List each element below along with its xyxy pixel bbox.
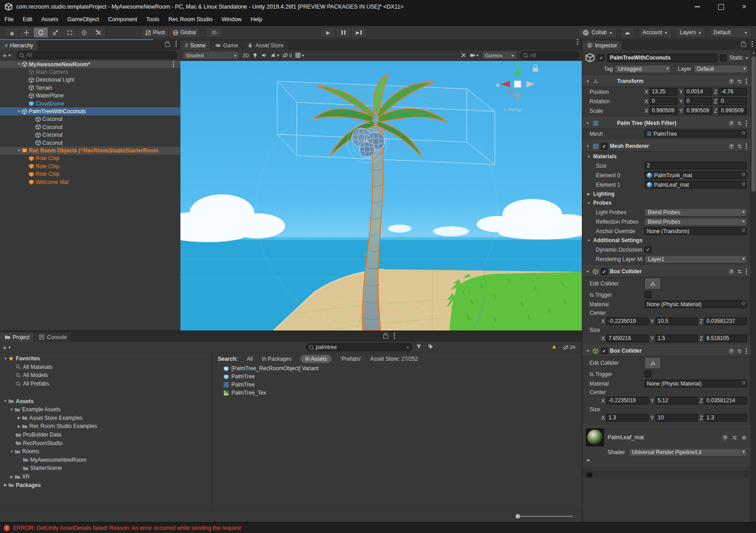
center-x-field[interactable]: -0.2235019: [606, 317, 649, 325]
help-icon[interactable]: ?: [728, 78, 734, 84]
physic-material-field[interactable]: None (Physic Material) ⊙: [645, 380, 747, 387]
hierarchy-item-directional-light[interactable]: Directional Light: [0, 76, 180, 84]
size-y-field[interactable]: 1.5: [655, 335, 698, 342]
center-x-field[interactable]: -0.2235019: [606, 397, 649, 404]
foldout-icon[interactable]: [585, 270, 590, 274]
step-button[interactable]: ▶: [351, 27, 367, 38]
tree-rooms[interactable]: Rooms: [0, 447, 212, 456]
center-z-field[interactable]: 0.03581237: [704, 317, 747, 325]
active-checkbox[interactable]: [598, 55, 604, 61]
foldout-icon[interactable]: [585, 349, 590, 353]
tree-packages[interactable]: Packages: [0, 481, 212, 489]
material-foldout-icon[interactable]: [586, 458, 591, 462]
size-z-field[interactable]: 1.3: [704, 414, 747, 422]
center-y-field[interactable]: 5.12: [655, 397, 698, 404]
kebab-menu-icon[interactable]: [577, 41, 578, 42]
scale-tool-button[interactable]: [48, 27, 62, 38]
gizmos-dropdown[interactable]: Gizmos: [482, 51, 517, 60]
foldout-icon[interactable]: [585, 121, 590, 125]
tree-rec-room-studio-examples[interactable]: Rec Room Studio Examples: [0, 422, 212, 431]
kebab-menu-icon[interactable]: [746, 146, 747, 147]
search-by-label-button[interactable]: [428, 344, 433, 351]
thumbnail-zoom-slider[interactable]: [516, 516, 573, 517]
center-y-field[interactable]: 10.5: [655, 317, 698, 325]
reflection-probes-dropdown[interactable]: Blend Probes: [645, 218, 747, 226]
scale-z-field[interactable]: 0.990509: [719, 107, 747, 115]
position-z-field[interactable]: -4.76: [719, 88, 747, 96]
hierarchy-item-coconut[interactable]: Coconut: [0, 131, 180, 139]
materials-foldout[interactable]: Materials: [582, 152, 751, 161]
effects-dropdown[interactable]: [270, 52, 279, 58]
additional-settings-foldout[interactable]: Additional Settings: [582, 236, 751, 245]
hierarchy-item-palmtreewithcoconuts[interactable]: PalmTreeWithCoconuts: [0, 107, 180, 115]
menu-tools[interactable]: Tools: [142, 16, 164, 23]
rendering-layer-dropdown[interactable]: Layer1: [645, 255, 747, 263]
result-palmtree-mesh[interactable]: PalmTree: [212, 381, 582, 389]
tree-example-assets[interactable]: Example Assets: [0, 405, 212, 414]
shading-mode-dropdown[interactable]: Shaded: [183, 51, 240, 60]
project-search-input[interactable]: [315, 344, 405, 351]
hierarchy-item-coconut[interactable]: Coconut: [0, 115, 180, 123]
is-trigger-checkbox[interactable]: [645, 291, 651, 298]
shader-dropdown[interactable]: Universal Render Pipeline/Lit: [629, 448, 747, 456]
tab-hierarchy[interactable]: ≡ Hierarchy: [0, 41, 38, 50]
menu-file[interactable]: File: [0, 16, 18, 23]
result-palmtree-prefab[interactable]: PalmTree: [212, 372, 582, 381]
audio-toggle-button[interactable]: [261, 52, 267, 58]
tree-asset-store-examples[interactable]: Asset Store Examples: [0, 414, 212, 423]
is-trigger-checkbox[interactable]: [645, 371, 651, 377]
kebab-menu-icon[interactable]: [394, 335, 395, 336]
tab-inspector[interactable]: i Inspector: [582, 41, 622, 50]
lighting-foldout[interactable]: Lighting: [582, 189, 751, 198]
hierarchy-search-input[interactable]: [25, 51, 175, 59]
result-palmtree-recroomobject-variant[interactable]: [PalmTree_RecRoomObject] Variant: [212, 364, 582, 372]
add-gameobject-button[interactable]: +: [3, 52, 7, 59]
minimize-button[interactable]: [686, 0, 709, 14]
kebab-menu-icon[interactable]: [751, 43, 753, 45]
tab-asset-store[interactable]: Asset Store: [243, 41, 288, 50]
lighting-toggle-button[interactable]: [252, 52, 258, 58]
menu-edit[interactable]: Edit: [18, 16, 37, 23]
foldout-icon[interactable]: [16, 62, 22, 66]
transform-tool-button[interactable]: [77, 27, 91, 38]
kebab-menu-icon[interactable]: [746, 123, 747, 124]
object-picker-icon[interactable]: ⊙: [742, 380, 746, 386]
kebab-menu-icon[interactable]: [746, 271, 747, 272]
menu-rec-room-studio[interactable]: Rec Room Studio: [164, 16, 217, 23]
hierarchy-recroom-scene-row[interactable]: Rec Room Objects (^RecRoomStudioStarterR…: [0, 147, 180, 154]
tab-game[interactable]: Game: [211, 41, 243, 50]
scale-x-field[interactable]: 0.990509: [650, 107, 678, 115]
tree-favorites[interactable]: ★ Favorites: [0, 354, 212, 363]
kebab-menu-icon[interactable]: [746, 350, 747, 352]
tree-xr[interactable]: XR: [0, 473, 212, 481]
foldout-icon[interactable]: [16, 148, 22, 152]
help-icon[interactable]: ?: [728, 269, 734, 275]
light-probes-dropdown[interactable]: Blend Probes: [645, 208, 747, 216]
clear-search-icon[interactable]: ×: [406, 345, 409, 350]
hierarchy-item-role-chip[interactable]: Role Chip: [0, 162, 180, 170]
mesh-filter-header[interactable]: Palm Tree (Mesh Filter) ?: [582, 117, 751, 129]
foldout-icon[interactable]: [586, 155, 591, 159]
mesh-object-field[interactable]: PalmTree ⊙: [645, 130, 747, 138]
collab-dropdown[interactable]: ✓ Collab: [578, 27, 616, 38]
edit-collider-button[interactable]: [645, 278, 661, 289]
hierarchy-item-coconut[interactable]: Coconut: [0, 139, 180, 147]
menu-window[interactable]: Window: [217, 16, 246, 23]
hierarchy-scene-row[interactable]: MyAwesomeNewRoom*: [0, 60, 180, 68]
hierarchy-item-main-camera[interactable]: Main Camera: [0, 68, 180, 76]
materials-size-field[interactable]: 2: [645, 162, 747, 170]
anchor-object-field[interactable]: None (Transform) ⊙: [645, 227, 747, 235]
size-y-field[interactable]: 10: [655, 414, 698, 422]
scene-camera-dropdown[interactable]: [470, 52, 479, 58]
hierarchy-item-coconut[interactable]: Coconut: [0, 123, 180, 131]
help-icon[interactable]: ?: [728, 120, 734, 126]
lock-icon[interactable]: [383, 335, 388, 339]
tab-console[interactable]: Console: [34, 332, 72, 342]
hierarchy-item-role-chip[interactable]: Role Chip: [0, 170, 180, 178]
object-picker-icon[interactable]: ⊙: [742, 300, 746, 306]
mesh-renderer-header[interactable]: Mesh Renderer ?: [582, 140, 751, 152]
kebab-menu-icon[interactable]: [175, 43, 177, 45]
scene-kebab-icon[interactable]: [173, 64, 174, 65]
tree-assets[interactable]: Assets: [0, 397, 212, 405]
hidden-packages-toggle[interactable]: 24: [563, 345, 575, 350]
